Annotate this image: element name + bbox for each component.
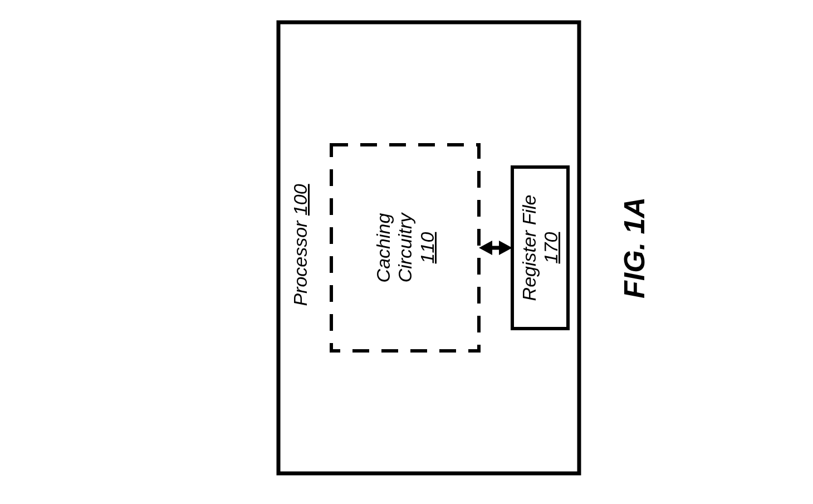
figure-label: FIG. 1A [618, 197, 652, 299]
caching-line2: Circuitry [394, 213, 416, 283]
caching-circuitry-label: Caching Circuitry 110 [389, 164, 422, 331]
figure-label-container: FIG. 1A [615, 164, 654, 331]
caching-number: 110 [417, 213, 438, 283]
diagram-canvas: Processor 100 Caching Circuitry 110 Regi… [0, 0, 813, 504]
register-number: 170 [540, 195, 562, 301]
bidirectional-arrow [479, 241, 512, 255]
register-file-label: Register File 170 [523, 164, 557, 331]
processor-label-number: 100 [290, 184, 311, 216]
svg-marker-1 [479, 241, 492, 255]
processor-label: Processor 100 [284, 189, 317, 301]
caching-line1: Caching [373, 213, 394, 283]
processor-label-prefix: Processor [290, 216, 311, 306]
register-line1: Register File [518, 195, 540, 301]
svg-marker-2 [499, 241, 512, 255]
